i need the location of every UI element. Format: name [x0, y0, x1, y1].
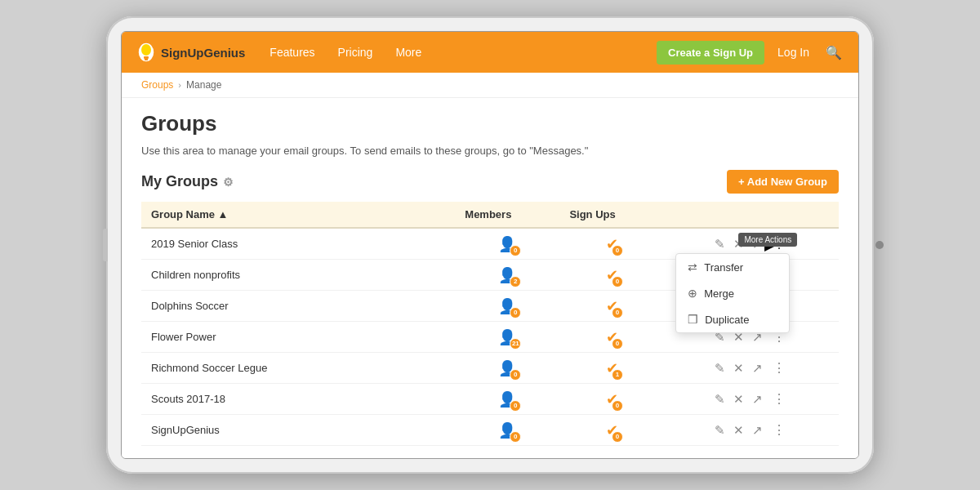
tablet-frame: SignUpGenius Features Pricing More Creat…	[106, 16, 874, 474]
group-name-cell: SignUpGenius	[141, 415, 455, 446]
gear-icon[interactable]: ⚙	[223, 176, 234, 189]
more-actions-button[interactable]: ⋮	[769, 421, 790, 439]
dropdown-item-transfer[interactable]: ⇄ Transfer	[676, 254, 789, 280]
signup-badge: 0	[612, 400, 623, 412]
table-row: SignUpGenius 👤 0 ✔ 0 ✎ ✕ ↗ ⋮	[141, 415, 839, 446]
page-title: Groups	[141, 111, 839, 136]
actions-cell: ✎ ✕ ↗ ⋮	[664, 415, 839, 446]
signups-cell: ✔ 1	[559, 353, 664, 384]
edit-button[interactable]: ✎	[713, 390, 727, 408]
group-name-cell: Flower Power	[141, 322, 455, 353]
members-cell: 👤 0	[455, 384, 559, 415]
signups-cell: ✔ 0	[559, 415, 664, 446]
table-row: Richmond Soccer Legue 👤 0 ✔ 1 ✎ ✕ ↗ ⋮	[141, 353, 839, 384]
member-badge: 2	[510, 276, 521, 287]
col-header-name[interactable]: Group Name ▲	[141, 202, 455, 228]
group-name-cell: Scouts 2017-18	[141, 384, 455, 415]
merge-icon: ⊕	[688, 287, 697, 300]
signup-badge: 1	[612, 369, 623, 381]
delete-button[interactable]: ✕	[732, 421, 746, 439]
dropdown-container: ⋮ More Actions ⇄ Transfer ⊕ Merge ❒	[769, 234, 790, 253]
dropdown-item-label: Duplicate	[705, 314, 749, 326]
breadcrumb: Groups › Manage	[122, 73, 858, 98]
signup-badge: 0	[612, 307, 623, 318]
edit-button[interactable]: ✎	[713, 235, 727, 253]
table-row: 2019 Senior Class 👤 0 ✔ 0 ✎ ✕ ↗ ⋮ More A…	[141, 228, 839, 260]
export-button[interactable]: ↗	[751, 421, 764, 439]
breadcrumb-groups-link[interactable]: Groups	[141, 79, 173, 91]
actions-cell: ✎ ✕ ↗ ⋮ More Actions ⇄ Transfer ⊕ Merge	[664, 228, 839, 260]
dropdown-item-duplicate[interactable]: ❒ Duplicate	[676, 306, 789, 332]
member-badge: 0	[510, 431, 521, 443]
member-badge: 0	[510, 369, 521, 381]
create-signup-button[interactable]: Create a Sign Up	[657, 41, 764, 65]
action-icons: ✎ ✕ ↗ ⋮	[674, 359, 829, 377]
signups-cell: ✔ 0	[559, 260, 664, 291]
group-name-cell: 2019 Senior Class	[141, 228, 455, 260]
svg-point-1	[141, 44, 151, 56]
delete-button[interactable]: ✕	[732, 390, 746, 408]
col-header-signups: Sign Ups	[559, 202, 664, 228]
transfer-icon: ⇄	[688, 261, 697, 274]
export-button[interactable]: ↗	[751, 359, 764, 377]
action-icons: ✎ ✕ ↗ ⋮	[674, 421, 829, 439]
group-name-cell: Richmond Soccer Legue	[141, 353, 455, 384]
members-cell: 👤 2	[455, 260, 559, 291]
groups-header: My Groups ⚙ + Add New Group	[141, 170, 839, 194]
signup-badge: 0	[612, 431, 623, 443]
members-cell: 👤 21	[455, 322, 559, 353]
tablet-side-dot	[875, 241, 884, 249]
col-header-members: Members	[455, 202, 559, 228]
nav-more[interactable]: More	[384, 32, 433, 73]
action-icons: ✎ ✕ ↗ ⋮ More Actions ⇄ Transfer ⊕ Merge	[674, 234, 829, 253]
breadcrumb-separator: ›	[178, 80, 181, 90]
logo-text: SignUpGenius	[161, 46, 245, 60]
page-content: Groups Use this area to manage your emai…	[122, 98, 858, 459]
edit-button[interactable]: ✎	[713, 359, 727, 377]
nav-links: Features Pricing More	[258, 32, 657, 73]
actions-cell: ✎ ✕ ↗ ⋮	[664, 384, 839, 415]
breadcrumb-current: Manage	[186, 79, 221, 91]
navbar: SignUpGenius Features Pricing More Creat…	[122, 32, 858, 73]
dropdown-menu: More Actions ⇄ Transfer ⊕ Merge ❒ Duplic	[675, 253, 790, 333]
signups-cell: ✔ 0	[559, 384, 664, 415]
nav-actions: Create a Sign Up Log In 🔍	[657, 41, 845, 65]
col-header-actions	[664, 202, 839, 228]
svg-rect-2	[144, 56, 149, 59]
login-button[interactable]: Log In	[771, 46, 816, 59]
more-actions-button[interactable]: ⋮	[769, 359, 790, 377]
dropdown-item-label: Transfer	[704, 261, 743, 274]
add-new-group-button[interactable]: + Add New Group	[727, 170, 839, 194]
member-badge: 0	[510, 245, 521, 256]
more-actions-button[interactable]: ⋮	[769, 390, 790, 408]
tablet-screen: SignUpGenius Features Pricing More Creat…	[121, 31, 859, 459]
actions-cell: ✎ ✕ ↗ ⋮	[664, 353, 839, 384]
groups-table: Group Name ▲ Members Sign Ups 2019 Senio…	[141, 202, 839, 446]
table-row: Scouts 2017-18 👤 0 ✔ 0 ✎ ✕ ↗ ⋮	[141, 384, 839, 415]
page-description: Use this area to manage your email group…	[141, 145, 839, 157]
members-cell: 👤 0	[455, 415, 559, 446]
delete-button[interactable]: ✕	[732, 359, 746, 377]
svg-rect-3	[145, 59, 148, 60]
group-name-cell: Dolphins Soccer	[141, 291, 455, 322]
members-cell: 👤 0	[455, 291, 559, 322]
dropdown-item-merge[interactable]: ⊕ Merge	[676, 280, 789, 306]
signups-cell: ✔ 0	[559, 228, 664, 260]
members-cell: 👤 0	[455, 353, 559, 384]
export-button[interactable]: ↗	[751, 390, 764, 408]
member-badge: 0	[510, 400, 521, 412]
edit-button[interactable]: ✎	[713, 421, 727, 439]
nav-features[interactable]: Features	[258, 32, 326, 73]
table-header-row: Group Name ▲ Members Sign Ups	[141, 202, 839, 228]
action-icons: ✎ ✕ ↗ ⋮	[674, 390, 829, 408]
logo[interactable]: SignUpGenius	[135, 41, 245, 64]
search-icon[interactable]: 🔍	[822, 45, 845, 60]
member-badge: 0	[510, 307, 521, 318]
dropdown-item-label: Merge	[704, 287, 734, 300]
duplicate-icon: ❒	[688, 313, 698, 326]
signups-cell: ✔ 0	[559, 291, 664, 322]
group-name-cell: Children nonprofits	[141, 260, 455, 291]
nav-pricing[interactable]: Pricing	[327, 32, 385, 73]
more-actions-label: More Actions	[738, 233, 797, 247]
signup-badge: 0	[612, 245, 623, 256]
